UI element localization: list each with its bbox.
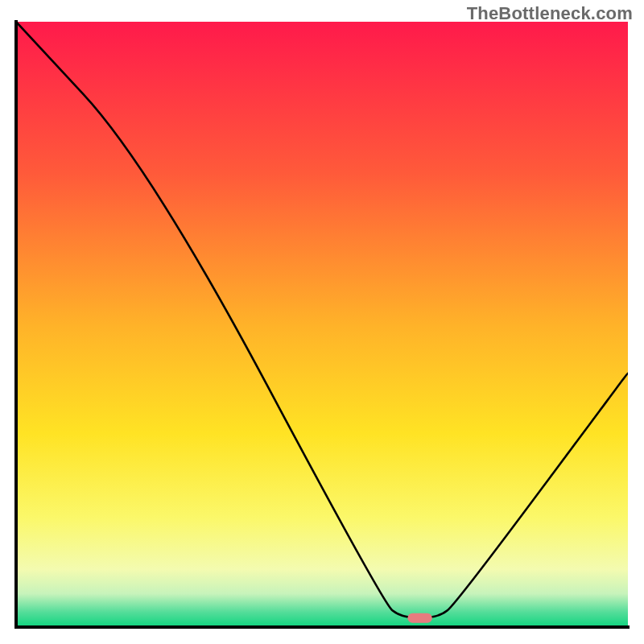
chart-container: TheBottleneck.com [0, 0, 644, 644]
optimal-marker [407, 613, 431, 623]
bottleneck-chart [0, 0, 644, 644]
chart-background [16, 22, 628, 627]
